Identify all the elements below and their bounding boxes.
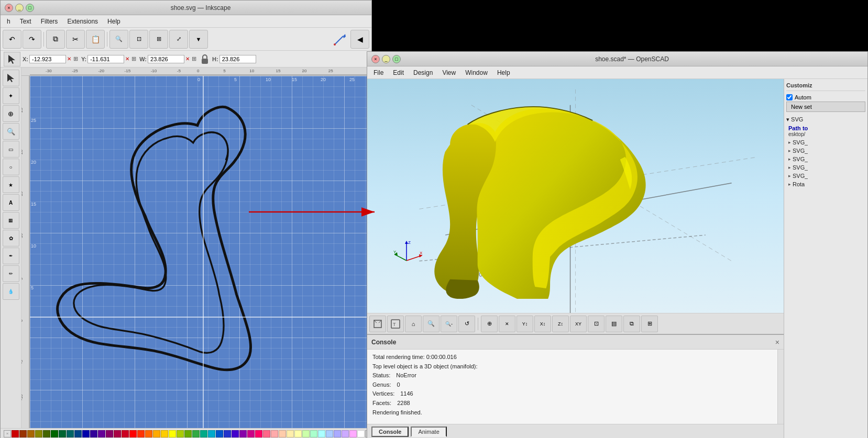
color-swatch-purple2[interactable] (239, 430, 247, 437)
color-swatch-violet[interactable] (98, 430, 105, 437)
color-swatch-darkred[interactable] (19, 430, 27, 437)
color-swatch-pink2[interactable] (271, 430, 278, 437)
color-swatch-brown[interactable] (27, 430, 35, 437)
x-clear-btn[interactable]: ✕ (67, 56, 71, 62)
openscad-menu-help[interactable]: Help (493, 68, 514, 77)
color-swatch-magenta[interactable] (106, 430, 113, 437)
new-set-button[interactable]: New set (786, 102, 865, 112)
canvas-content[interactable]: 0 5 10 15 20 25 25 20 15 10 5 (30, 76, 371, 428)
tree-item-2[interactable]: ▸ SVG_ (786, 155, 865, 163)
color-swatch-pink1[interactable] (263, 430, 270, 437)
console-close-btn[interactable]: × (775, 338, 779, 346)
color-swatch-cream[interactable] (287, 430, 294, 437)
color-swatch-lavender[interactable] (342, 430, 349, 437)
color-swatch-lightblue[interactable] (326, 430, 333, 437)
3d-orbit-btn[interactable]: ↺ (458, 316, 475, 332)
color-swatch-lightyellow[interactable] (294, 430, 302, 437)
node-tool-btn[interactable]: ✦ (3, 87, 19, 104)
h-input[interactable] (219, 55, 256, 63)
y-input[interactable] (87, 55, 124, 63)
color-swatch-periwinkle[interactable] (334, 430, 341, 437)
color-swatch-peach[interactable] (279, 430, 286, 437)
circle-tool-btn[interactable]: ○ (3, 159, 19, 175)
star-tool-btn[interactable]: ★ (3, 176, 19, 193)
openscad-viewport[interactable]: 60 0P 0r 0c (367, 79, 784, 313)
inkscape-min-btn[interactable]: _ (15, 4, 24, 12)
3d-home-btn[interactable]: ⌂ (405, 316, 422, 332)
3d-x2view-btn[interactable]: X↕ (534, 316, 551, 332)
openscad-close-btn[interactable]: × (371, 55, 380, 63)
selector-tool-btn[interactable] (4, 52, 20, 66)
3d-section-btn[interactable]: ⊡ (588, 316, 605, 332)
console-tab-animate[interactable]: Animate (411, 426, 446, 437)
menu-extensions[interactable]: Extensions (63, 17, 102, 26)
tweak-tool-btn[interactable]: ⊕ (3, 105, 19, 122)
color-swatch-rose[interactable] (122, 430, 129, 437)
color-swatch-red[interactable] (12, 430, 19, 437)
color-swatch-teal2[interactable] (67, 430, 74, 437)
console-tab-console[interactable]: Console (371, 426, 409, 437)
zoom-in-button[interactable]: 🔍 (109, 30, 128, 49)
color-swatch-aqua[interactable] (200, 430, 207, 437)
3d-xyview-btn[interactable]: XY (570, 316, 587, 332)
color-swatch-orange2[interactable] (145, 430, 152, 437)
color-swatch-indigo[interactable] (90, 430, 97, 437)
color-swatch-olive[interactable] (35, 430, 42, 437)
tree-item-1[interactable]: ▸ SVG_ (786, 147, 865, 155)
menu-help[interactable]: Help (103, 17, 125, 26)
3d-param2-btn[interactable]: ⧉ (623, 316, 640, 332)
color-swatch-green[interactable] (51, 430, 58, 437)
color-swatch-royalblue[interactable] (224, 430, 231, 437)
color-swatch-yellow[interactable] (169, 430, 176, 437)
3d-zoom-in-btn[interactable]: 🔍 (423, 316, 440, 332)
inkscape-close-btn[interactable]: × (5, 4, 13, 12)
color-swatch-cornblue[interactable] (216, 430, 223, 437)
transform-button[interactable]: ⤢ (169, 30, 188, 49)
menu-filters[interactable]: Filters (37, 17, 62, 26)
color-swatch-lightpink[interactable] (349, 430, 357, 437)
color-swatch-mint[interactable] (192, 430, 200, 437)
color-swatch-navy[interactable] (74, 430, 82, 437)
zoom-tool-btn[interactable]: 🔍 (3, 123, 19, 140)
openscad-min-btn[interactable]: _ (382, 55, 390, 63)
tree-item-0[interactable]: ▸ SVG_ (786, 138, 865, 147)
3d-center-btn[interactable]: ⊕ (481, 316, 498, 332)
tree-item-4[interactable]: ▸ SVG_ (786, 172, 865, 180)
color-swatch-lightcyan[interactable] (318, 430, 325, 437)
color-swatch-lime1[interactable] (177, 430, 184, 437)
collapse-button[interactable]: ◀ (350, 30, 369, 49)
color-swatch-lime2[interactable] (184, 430, 192, 437)
gradient-tool-btn[interactable]: ▦ (3, 212, 19, 229)
w-input[interactable] (148, 55, 184, 63)
color-swatch-lightgreen[interactable] (310, 430, 317, 437)
openscad-max-btn[interactable]: □ (392, 55, 401, 63)
zoom-fit-button[interactable]: ⊡ (129, 30, 148, 49)
console-scrollbar[interactable] (777, 350, 784, 424)
color-swatch-hotpink[interactable] (255, 430, 262, 437)
3d-yview-btn[interactable]: Y↕ (517, 316, 533, 332)
undo-button[interactable]: ↶ (3, 30, 21, 49)
tree-item-3[interactable]: ▸ SVG_ (786, 163, 865, 172)
color-swatch-fuchsia[interactable] (247, 430, 255, 437)
select-tool-btn[interactable] (3, 70, 19, 86)
color-swatch-darkgreen[interactable] (43, 430, 50, 437)
color-swatch-orange1[interactable] (137, 430, 145, 437)
dropdown-button[interactable]: ▼ (189, 30, 208, 49)
color-swatch-lightlime[interactable] (302, 430, 310, 437)
menu-text[interactable]: Text (16, 17, 36, 26)
3d-top-btn[interactable]: T (387, 316, 404, 332)
openscad-menu-design[interactable]: Design (409, 68, 437, 77)
openscad-menu-file[interactable]: File (369, 68, 388, 77)
text-tool-btn[interactable]: A (3, 194, 19, 211)
3d-param3-btn[interactable]: ⊞ (641, 316, 658, 332)
color-swatch-brightred[interactable] (129, 430, 137, 437)
color-swatch-amber[interactable] (153, 430, 160, 437)
color-swatch-purple1[interactable] (232, 430, 239, 437)
pencil-tool-btn[interactable]: ✏ (3, 265, 19, 282)
menu-h[interactable]: h (3, 17, 15, 26)
inkscape-max-btn[interactable]: □ (26, 4, 34, 12)
automate-checkbox[interactable] (786, 94, 793, 100)
color-swatch-blue[interactable] (82, 430, 90, 437)
color-swatch-white[interactable] (357, 430, 365, 437)
rect-tool-btn[interactable]: ▭ (3, 141, 19, 158)
